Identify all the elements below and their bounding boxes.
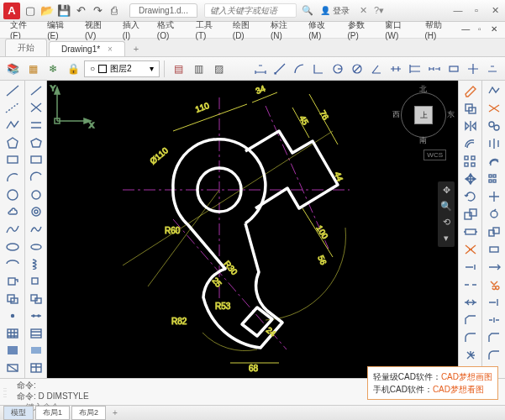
offset-tool2[interactable] [485,153,503,170]
rotate-tool[interactable] [461,188,480,205]
pan-icon[interactable]: ✥ [443,185,450,196]
tab-add-layout[interactable]: + [108,408,123,417]
break-at-tool[interactable] [485,312,503,328]
dim-tolerance-icon[interactable] [445,60,463,78]
chamfer-tool[interactable] [461,312,480,328]
circle-tool2[interactable] [27,186,45,203]
layer-lock-icon[interactable]: 🔒 [64,60,82,78]
menu-edit[interactable]: 编辑(E) [42,18,78,42]
erase-tool[interactable] [461,82,480,99]
dim-edit-icon[interactable] [483,60,502,78]
line-tool[interactable] [3,82,22,99]
join-tool[interactable] [461,294,480,311]
hatch-tool[interactable] [3,325,22,342]
layer-states-icon[interactable]: ▦ [24,60,42,78]
rectangle-tool2[interactable] [27,152,45,169]
document-title-tab[interactable]: Drawing1.d... [129,3,197,18]
polygon-tool2[interactable] [27,134,45,151]
multiline-tool[interactable] [27,117,45,134]
construction-line-tool[interactable] [3,100,22,117]
help-dropdown-icon[interactable]: ?▾ [374,5,384,16]
arc-tool2[interactable] [27,169,45,186]
boundary-tool[interactable] [27,343,45,360]
explode-tool[interactable] [461,347,480,364]
dim-ordinate-icon[interactable] [309,60,328,78]
view-cube-top[interactable]: 上 [414,106,433,124]
offset-tool[interactable] [461,135,480,152]
circle-tool[interactable] [3,186,22,203]
insert-block-tool[interactable] [3,273,22,290]
menu-draw[interactable]: 绘图(D) [228,18,264,42]
layer-selector[interactable]: ○ 图层2 ▾ [84,60,160,77]
stretch-tool[interactable] [461,223,480,240]
mirror-tool2[interactable] [485,135,503,152]
dim-baseline-icon[interactable] [406,60,424,78]
layer-iso-icon[interactable]: ▤ [169,60,187,78]
nav-bar[interactable]: ✥ 🔍 ⟲ ▾ [438,181,455,247]
menu-modify[interactable]: 修改(M) [303,18,340,42]
dim-diameter-icon[interactable] [348,60,366,78]
dim-radius-icon[interactable] [329,60,347,78]
revision-cloud-tool[interactable] [3,203,22,220]
zoom-icon[interactable]: 🔍 [440,201,452,212]
steering-icon[interactable]: ▾ [444,233,449,244]
layer-match-icon[interactable]: ▥ [189,60,208,78]
child-minimize[interactable]: ― [460,24,472,36]
table-tool[interactable] [27,360,45,376]
menu-help[interactable]: 帮助(H) [420,18,456,42]
gradient-tool[interactable] [3,343,22,360]
dim-arc-icon[interactable] [290,60,308,78]
erase-tool2[interactable] [485,100,503,117]
undo-icon[interactable]: ↶ [74,4,87,18]
wblock-tool[interactable] [27,291,45,307]
close-button[interactable]: ✕ [488,5,502,17]
move-tool[interactable] [461,171,480,187]
layer-freeze-icon[interactable]: ❄ [44,60,62,78]
open-icon[interactable]: 📂 [40,4,54,18]
mirror-tool[interactable] [461,118,480,134]
scale-tool[interactable] [461,206,480,223]
ray-tool[interactable] [27,100,45,117]
chamfer-tool2[interactable] [485,329,503,346]
redo-icon[interactable]: ↷ [91,4,104,18]
print-icon[interactable]: ⎙ [108,4,121,18]
region-tool[interactable] [3,360,22,376]
login-button[interactable]: 👤 登录 [320,5,350,17]
dim-continue-icon[interactable] [425,60,444,78]
polygon-tool[interactable] [3,134,22,151]
tab-layout2[interactable]: 布局2 [71,406,106,420]
menu-view[interactable]: 视图(V) [80,18,116,42]
copy-tool2[interactable] [485,118,503,134]
extend-tool2[interactable] [485,294,503,311]
arc-tool[interactable] [3,169,22,186]
exchange-icon[interactable]: ✕ [360,5,367,16]
menu-parametric[interactable]: 参数(P) [343,18,379,42]
rotate-tool2[interactable] [485,206,503,223]
rectangle-tool[interactable] [3,152,22,169]
donut-tool[interactable] [27,203,45,220]
menu-tools[interactable]: 工具(T) [191,18,226,42]
line-tool2[interactable] [27,82,45,99]
menu-format[interactable]: 格式(O) [152,18,189,42]
hatch-tool2[interactable] [27,325,45,342]
tab-start[interactable]: 开始 [5,39,47,56]
helix-tool[interactable] [27,255,45,272]
command-grip[interactable]: :::: [3,380,17,404]
tab-add-button[interactable]: + [127,41,145,56]
dim-linear-icon[interactable] [251,60,270,78]
search-icon[interactable]: 🔍 [302,5,313,16]
ellipse-tool[interactable] [3,239,22,255]
menu-window[interactable]: 窗口(W) [380,18,418,42]
search-input[interactable] [204,3,297,18]
block-ref-tool[interactable] [27,273,45,290]
divide-tool[interactable] [27,307,45,324]
scale-tool2[interactable] [485,223,503,240]
tab-drawing1[interactable]: Drawing1* × [49,41,125,56]
save-icon[interactable]: 💾 [57,4,71,18]
child-close[interactable]: ✕ [487,24,500,36]
copy-tool[interactable] [461,100,480,117]
dim-aligned-icon[interactable] [271,60,289,78]
trim-tool[interactable] [461,241,480,258]
layer-prev-icon[interactable]: ▨ [209,60,228,78]
move-tool2[interactable] [485,188,503,205]
